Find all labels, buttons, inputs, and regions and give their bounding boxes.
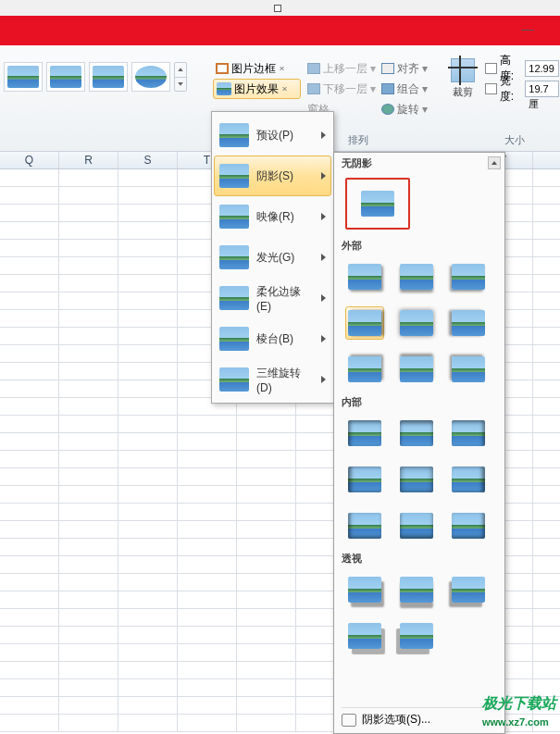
col-header[interactable]: S bbox=[118, 152, 178, 168]
shadow-option[interactable] bbox=[397, 260, 436, 293]
submenu-arrow-icon bbox=[321, 335, 326, 342]
align-icon bbox=[381, 63, 394, 74]
submenu-arrow-icon bbox=[321, 376, 326, 383]
shadow-gallery: 无阴影 外部 内部 透视 阴影选项(S)... bbox=[333, 152, 505, 734]
resize-handle[interactable] bbox=[274, 5, 281, 12]
height-icon bbox=[485, 63, 497, 74]
style-thumb[interactable] bbox=[46, 62, 85, 92]
crop-label: 裁剪 bbox=[442, 85, 483, 99]
group-button[interactable]: 组合▾ bbox=[381, 79, 433, 99]
section-perspective: 透视 bbox=[334, 548, 504, 567]
shadow-options-label: 阴影选项(S)... bbox=[362, 712, 430, 728]
menu-item-glow[interactable]: 发光(G) bbox=[214, 237, 331, 278]
shadow-option[interactable] bbox=[397, 573, 436, 606]
menu-item-preset[interactable]: 预设(P) bbox=[214, 115, 331, 156]
ribbon-size-group: 高度: 12.99 宽度: 19.7 厘 bbox=[485, 58, 559, 99]
menu-item-3drotation[interactable]: 三维旋转(D) bbox=[214, 359, 331, 400]
shadow-option[interactable] bbox=[345, 509, 384, 542]
shadow-option[interactable] bbox=[449, 463, 488, 496]
section-no-shadow: 无阴影 bbox=[334, 153, 504, 172]
submenu-arrow-icon bbox=[321, 172, 326, 180]
shadow-option-none[interactable] bbox=[345, 178, 410, 230]
crop-button[interactable]: 裁剪 bbox=[442, 58, 483, 99]
group-label-size: 大小 bbox=[504, 133, 525, 147]
send-backward-button[interactable]: 下移一层▾ bbox=[307, 79, 380, 99]
picture-border-button[interactable]: 图片边框 bbox=[213, 58, 301, 79]
effects-icon bbox=[217, 82, 231, 95]
shadow-option[interactable] bbox=[397, 463, 436, 496]
scroll-up-button[interactable] bbox=[488, 156, 501, 169]
rotate-icon bbox=[381, 104, 394, 115]
chevron-up-icon bbox=[492, 161, 497, 165]
shadow-option[interactable] bbox=[345, 260, 384, 293]
shadow-option[interactable] bbox=[449, 353, 488, 386]
section-inner: 内部 bbox=[334, 392, 504, 411]
style-thumb[interactable] bbox=[89, 62, 128, 92]
gallery-up-icon[interactable] bbox=[175, 63, 186, 78]
window-titlebar bbox=[0, 0, 560, 16]
picture-styles-gallery[interactable] bbox=[0, 62, 187, 92]
rotate-button[interactable]: 旋转▾ bbox=[381, 99, 433, 119]
style-thumb[interactable] bbox=[4, 62, 43, 92]
ribbon-align-group: 对齐▾ 组合▾ 旋转▾ bbox=[381, 58, 433, 119]
picture-effects-menu: 预设(P) 阴影(S) 映像(R) 发光(G) 柔化边缘(E) 棱台(B) 三维… bbox=[211, 111, 334, 404]
shadow-option[interactable] bbox=[449, 417, 488, 450]
shadow-option[interactable] bbox=[449, 573, 488, 606]
width-row: 宽度: 19.7 厘 bbox=[485, 79, 559, 99]
shadow-option[interactable] bbox=[397, 619, 436, 653]
shadow-option[interactable] bbox=[345, 573, 384, 606]
shadow-option[interactable] bbox=[449, 509, 488, 542]
shadow-option[interactable] bbox=[345, 463, 384, 496]
forward-icon bbox=[307, 63, 320, 74]
shadow-options-footer[interactable]: 阴影选项(S)... bbox=[342, 707, 497, 728]
app-header-band bbox=[0, 16, 560, 45]
gallery-more-icon[interactable] bbox=[175, 78, 186, 92]
picture-effects-button[interactable]: 图片效果 bbox=[213, 79, 301, 99]
group-label-arrange: 排列 bbox=[348, 133, 368, 147]
options-icon bbox=[342, 714, 356, 727]
align-button[interactable]: 对齐▾ bbox=[381, 58, 433, 79]
minimize-button[interactable] bbox=[514, 20, 541, 39]
shadow-option[interactable] bbox=[345, 619, 384, 653]
group-icon bbox=[381, 83, 394, 94]
shadow-option[interactable] bbox=[397, 306, 436, 340]
width-input[interactable]: 19.7 厘 bbox=[525, 81, 559, 97]
submenu-arrow-icon bbox=[321, 131, 326, 139]
backward-icon bbox=[307, 83, 320, 94]
submenu-arrow-icon bbox=[321, 213, 326, 220]
ribbon-picture-group: 图片边框 图片效果 bbox=[213, 58, 301, 99]
shadow-option[interactable] bbox=[449, 306, 488, 340]
menu-item-shadow[interactable]: 阴影(S) bbox=[214, 156, 331, 196]
crop-icon bbox=[451, 58, 475, 82]
col-header[interactable]: Q bbox=[0, 152, 59, 168]
menu-item-reflection[interactable]: 映像(R) bbox=[214, 196, 331, 237]
dropdown-icon bbox=[281, 87, 288, 91]
col-header[interactable]: R bbox=[59, 152, 118, 168]
shadow-option[interactable] bbox=[397, 353, 436, 386]
menu-item-bevel[interactable]: 棱台(B) bbox=[214, 318, 331, 359]
shadow-option[interactable] bbox=[345, 353, 384, 386]
picture-border-label: 图片边框 bbox=[231, 61, 276, 77]
picture-effects-label: 图片效果 bbox=[234, 81, 279, 97]
style-thumb[interactable] bbox=[131, 62, 170, 92]
width-icon bbox=[485, 83, 497, 94]
bring-forward-button[interactable]: 上移一层▾ bbox=[307, 58, 380, 79]
section-outer: 外部 bbox=[334, 235, 504, 255]
shadow-option[interactable] bbox=[449, 260, 488, 293]
border-icon bbox=[216, 63, 229, 74]
shadow-option[interactable] bbox=[345, 417, 384, 450]
submenu-arrow-icon bbox=[321, 254, 326, 261]
height-input[interactable]: 12.99 bbox=[525, 60, 559, 77]
dropdown-icon bbox=[279, 67, 285, 70]
shadow-option[interactable] bbox=[397, 417, 436, 450]
shadow-option-selected[interactable] bbox=[345, 306, 384, 340]
shadow-option[interactable] bbox=[397, 509, 436, 542]
width-label: 宽度: bbox=[500, 73, 523, 105]
menu-item-softedges[interactable]: 柔化边缘(E) bbox=[214, 278, 331, 318]
submenu-arrow-icon bbox=[321, 294, 326, 302]
